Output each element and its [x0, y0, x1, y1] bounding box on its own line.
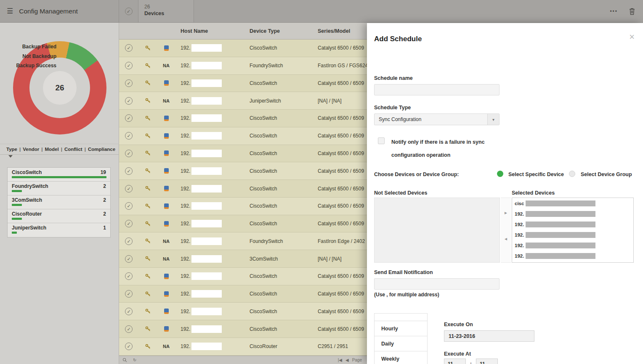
- schedule-type-select[interactable]: Sync Configuration ▾: [374, 113, 500, 125]
- header-series-model[interactable]: Series/Model: [315, 28, 367, 34]
- credential-key-icon[interactable]: [145, 133, 151, 139]
- search-icon[interactable]: [122, 358, 127, 362]
- row-check-circle-icon[interactable]: ✓: [125, 114, 133, 122]
- selected-device-item[interactable]: 192.: [512, 251, 633, 261]
- selected-device-item[interactable]: 192.: [512, 208, 633, 219]
- device-type-row[interactable]: CiscoRouter2: [8, 209, 110, 223]
- credential-key-icon[interactable]: [145, 256, 151, 261]
- credential-key-icon[interactable]: [145, 98, 151, 103]
- table-row[interactable]: ✓192.CiscoSwitchCatalyst 6500 / 6509: [119, 145, 367, 163]
- selected-device-item[interactable]: 192.: [512, 229, 633, 240]
- frequency-tab-hourly[interactable]: Hourly: [374, 321, 428, 336]
- first-page-icon[interactable]: |◀: [338, 358, 342, 362]
- credential-key-icon[interactable]: [145, 150, 151, 156]
- filter-tab-vendor[interactable]: Vendor: [21, 147, 41, 152]
- tab-devices[interactable]: 26 Devices: [138, 0, 194, 22]
- table-row[interactable]: ✓192.CiscoSwitchCatalyst 6500 / 6509: [119, 320, 367, 338]
- table-row[interactable]: ✓NA192.FoundrySwitchFastIron GS / FGS624: [119, 57, 367, 75]
- row-check-circle-icon[interactable]: ✓: [125, 150, 133, 157]
- radio-select-specific-device[interactable]: [497, 171, 503, 177]
- credential-key-icon[interactable]: [145, 186, 151, 191]
- credential-key-icon[interactable]: [145, 203, 151, 209]
- credential-key-icon[interactable]: [145, 326, 151, 332]
- row-check-circle-icon[interactable]: ✓: [125, 185, 133, 193]
- table-row[interactable]: ✓192.CiscoSwitchCatalyst 6500 / 6509: [119, 40, 367, 57]
- credential-key-icon[interactable]: [145, 80, 151, 86]
- trash-icon[interactable]: [629, 8, 635, 15]
- credential-key-icon[interactable]: [145, 344, 151, 349]
- device-type-row[interactable]: JuniperSwitch1: [8, 223, 110, 237]
- table-row[interactable]: ✓192.CiscoSwitchCatalyst 6500 / 6509: [119, 285, 367, 303]
- table-row[interactable]: ✓NA192.CiscoRouterC2951 / 2951: [119, 338, 367, 356]
- table-row[interactable]: ✓192.CiscoSwitchCatalyst 6500 / 6509: [119, 180, 367, 198]
- credential-key-icon[interactable]: [145, 221, 151, 227]
- credential-key-icon[interactable]: [145, 274, 151, 279]
- email-notification-input[interactable]: [374, 278, 500, 290]
- refresh-icon[interactable]: ↻: [133, 358, 136, 362]
- row-check-circle-icon[interactable]: ✓: [125, 237, 133, 245]
- row-check-circle-icon[interactable]: ✓: [125, 272, 133, 280]
- device-type-row[interactable]: CiscoSwitch19: [8, 168, 110, 182]
- filter-tab-compliance[interactable]: Compliance: [86, 147, 117, 152]
- row-check-circle-icon[interactable]: ✓: [125, 44, 133, 52]
- credential-key-icon[interactable]: [145, 309, 151, 314]
- selected-device-item[interactable]: cisc: [512, 198, 633, 208]
- table-row[interactable]: ✓NA192.JuniperSwitch[NA] / [NA]: [119, 92, 367, 110]
- close-icon[interactable]: ×: [629, 32, 635, 42]
- table-row[interactable]: ✓NA192.3ComSwitch[NA] / [NA]: [119, 250, 367, 268]
- credential-key-icon[interactable]: [145, 291, 151, 297]
- row-check-circle-icon[interactable]: ✓: [125, 255, 133, 263]
- row-check-circle-icon[interactable]: ✓: [125, 167, 133, 175]
- table-row[interactable]: ✓192.CiscoSwitchCatalyst 6500 / 6509: [119, 75, 367, 92]
- row-check-circle-icon[interactable]: ✓: [125, 62, 133, 69]
- menu-icon[interactable]: ☰: [7, 7, 13, 16]
- radio-select-device-group[interactable]: [569, 171, 575, 177]
- device-type-row[interactable]: 3ComSwitch2: [8, 195, 110, 209]
- notify-checkbox[interactable]: [378, 137, 385, 144]
- table-row[interactable]: ✓192.CiscoSwitchCatalyst 6500 / 6509: [119, 303, 367, 320]
- header-host-name[interactable]: Host Name: [175, 28, 243, 34]
- row-check-circle-icon[interactable]: ✓: [125, 79, 133, 87]
- row-check-circle-icon[interactable]: ✓: [125, 325, 133, 333]
- filter-tab-type[interactable]: Type: [4, 147, 19, 152]
- credential-key-icon[interactable]: [145, 238, 151, 244]
- selected-device-item[interactable]: 192.: [512, 219, 633, 229]
- selected-device-item[interactable]: 192.: [512, 240, 633, 251]
- table-row[interactable]: ✓192.CiscoSwitchCatalyst 6500 / 6509: [119, 162, 367, 180]
- frequency-tab-daily[interactable]: Daily: [374, 336, 428, 351]
- row-check-circle-icon[interactable]: ✓: [125, 202, 133, 210]
- schedule-name-input[interactable]: [374, 84, 500, 95]
- execute-at-minute-select[interactable]: 11: [476, 359, 498, 364]
- table-row[interactable]: ✓192.CiscoSwitchCatalyst 6500 / 6509: [119, 110, 367, 127]
- credential-key-icon[interactable]: [145, 116, 151, 121]
- table-row[interactable]: ✓192.CiscoSwitchCatalyst 6500 / 6509: [119, 215, 367, 233]
- filter-tab-conflict[interactable]: Conflict: [62, 147, 85, 152]
- filter-tab-model[interactable]: Model: [43, 147, 61, 152]
- row-check-circle-icon[interactable]: ✓: [125, 132, 133, 140]
- execute-on-date-input[interactable]: 11-23-2016: [444, 330, 534, 342]
- row-check-circle-icon[interactable]: ✓: [125, 97, 133, 105]
- not-selected-devices-list[interactable]: [374, 198, 500, 263]
- credential-key-icon[interactable]: [145, 63, 151, 69]
- select-all-button[interactable]: ✓: [119, 0, 138, 22]
- table-row[interactable]: ✓NA192.FoundrySwitchFastIron Edge / 2402: [119, 232, 367, 250]
- selected-devices-list[interactable]: cisc192.192.192.192.192.: [512, 198, 634, 263]
- header-device-type[interactable]: Device Type: [243, 28, 315, 34]
- row-check-circle-icon[interactable]: ✓: [125, 343, 133, 350]
- execute-at-hour-select[interactable]: 11: [444, 359, 466, 364]
- table-row[interactable]: ✓192.CiscoSwitchCatalyst 6500 / 6509: [119, 198, 367, 215]
- chevron-down-icon[interactable]: ▾: [487, 114, 499, 125]
- move-left-icon[interactable]: ◂: [505, 236, 507, 242]
- credential-key-icon[interactable]: [145, 45, 151, 51]
- row-check-circle-icon[interactable]: ✓: [125, 290, 133, 298]
- table-row[interactable]: ✓192.CiscoSwitchCatalyst 6500 / 6509: [119, 268, 367, 285]
- row-check-circle-icon[interactable]: ✓: [125, 308, 133, 315]
- table-row[interactable]: ✓192.CiscoSwitchCatalyst 6500 / 6509: [119, 127, 367, 145]
- frequency-tab-weekly[interactable]: Weekly: [374, 351, 428, 364]
- row-check-circle-icon[interactable]: ✓: [125, 220, 133, 227]
- device-type-row[interactable]: FoundrySwitch2: [8, 182, 110, 195]
- move-right-icon[interactable]: ▸: [505, 210, 507, 216]
- credential-key-icon[interactable]: [145, 168, 151, 174]
- more-options-icon[interactable]: •••: [610, 8, 618, 14]
- prev-page-icon[interactable]: ◀: [345, 358, 349, 362]
